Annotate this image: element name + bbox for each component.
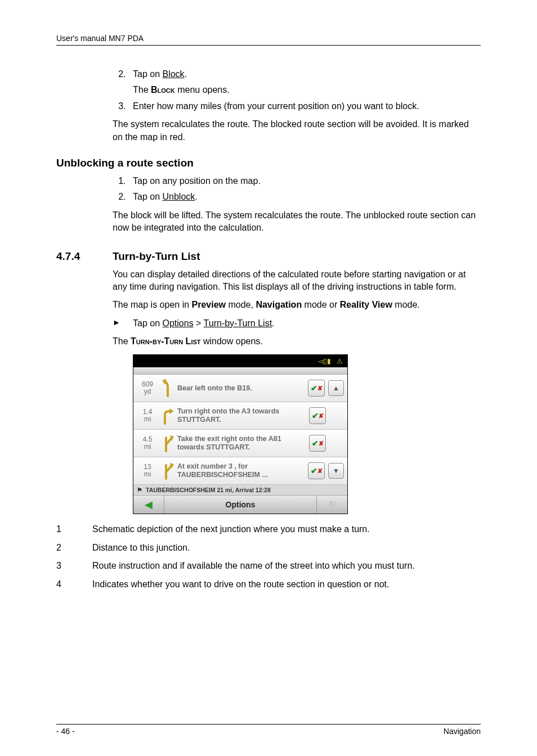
p2-b1: Preview: [192, 300, 226, 309]
toggle-section-button[interactable]: ✔✘: [309, 435, 326, 452]
screenshot-turn-list: ◅▯▮ ⚠ 609 yd Bear left onto the B19. ✔✘ …: [133, 354, 348, 514]
bullet-marker-icon: ►: [113, 317, 133, 330]
p2-mid1: mode,: [226, 300, 256, 309]
step-3: Enter how many miles (from your current …: [128, 100, 481, 112]
distance-label: 4.5 mi: [137, 436, 158, 451]
bullet-mid: >: [194, 318, 204, 328]
exit-right-icon: [162, 462, 174, 480]
section-p2: The map is open in Preview mode, Navigat…: [113, 299, 481, 311]
legend-text-3: Route instruction and if available the n…: [92, 560, 481, 572]
step-2: Tap on Block. The Block menu opens.: [128, 68, 481, 97]
refresh-button[interactable]: ↻: [317, 496, 347, 514]
page-footer: - 46 - Navigation: [56, 724, 481, 736]
destination-flag-icon: ⚑: [137, 486, 142, 494]
exit-right-icon: [162, 434, 174, 452]
distance-label: 1.4 mi: [137, 408, 158, 423]
options-button[interactable]: Options: [164, 496, 317, 514]
toggle-section-button[interactable]: ✔✘: [308, 380, 325, 397]
footer-divider: [56, 724, 481, 724]
bottom-toolbar: ◀ Options ↻: [133, 496, 347, 514]
window-opens-para: The Turn-by-Turn List window opens.: [113, 335, 481, 348]
unblock-s2-post: .: [195, 192, 197, 201]
svg-marker-1: [169, 408, 174, 414]
legend-num-4: 4: [56, 578, 92, 591]
distance-label: 13 mi: [137, 464, 158, 478]
step-2-sub-pre: The: [133, 85, 151, 94]
scroll-up-button[interactable]: ▲: [328, 380, 344, 396]
legend-text-1: Schematic depiction of the next junction…: [92, 523, 481, 536]
toggle-section-button[interactable]: ✔✘: [309, 407, 326, 424]
list-item[interactable]: 609 yd Bear left onto the B19. ✔✘ ▲: [133, 375, 347, 402]
step-2-sub-sc: Block: [151, 85, 175, 94]
ss-subbar: [133, 367, 347, 375]
legend-text-2: Distance to this junction.: [92, 542, 481, 554]
list-item[interactable]: 1.4 mi Turn right onto the A3 towards ST…: [133, 402, 347, 430]
legend-num-2: 2: [56, 542, 92, 554]
legend-num-3: 3: [56, 560, 92, 572]
steps-list-unblock: Tap on any position on the map. Tap on U…: [113, 175, 481, 204]
instruction-text: Bear left onto the B19.: [177, 384, 305, 393]
link-block[interactable]: Block: [162, 69, 184, 79]
p2-b3: Reality View: [340, 300, 392, 309]
instruction-text: Take the exit right onto the A81 towards…: [177, 435, 306, 452]
status-bar: ⚑ TAUBERBISCHOFSHEIM 21 mi, Arrival 12:2…: [133, 485, 347, 496]
turn-right-icon: [162, 407, 174, 425]
after-post: window opens.: [201, 336, 263, 346]
legend-block: 1 Schematic depiction of the next juncti…: [56, 523, 481, 591]
header-divider: [56, 45, 481, 46]
legend-text-4: Indicates whether you want to drive on t…: [92, 578, 481, 591]
back-button[interactable]: ◀: [133, 496, 164, 514]
bear-left-icon: [162, 379, 174, 397]
scroll-down-button[interactable]: ▼: [328, 463, 344, 479]
p2-post: mode.: [392, 300, 420, 309]
p2-b2: Navigation: [256, 300, 302, 309]
bullet-tap-options: ► Tap on Options > Turn-by-Turn List.: [113, 317, 481, 330]
section-number: 4.7.4: [56, 250, 113, 263]
toggle-section-button[interactable]: ✔✘: [308, 462, 325, 479]
status-text: TAUBERBISCHOFSHEIM 21 mi, Arrival 12:28: [146, 486, 271, 494]
section-title: Turn-by-Turn List: [113, 250, 200, 263]
ss-titlebar: ◅▯▮ ⚠: [133, 355, 347, 367]
instruction-text: Turn right onto the A3 towards STUTTGART…: [177, 407, 306, 424]
unblock-step-2: Tap on Unblock.: [128, 191, 481, 203]
list-item[interactable]: 4.5 mi Take the exit right onto the A81 …: [133, 430, 347, 457]
heading-unblocking: Unblocking a route section: [56, 157, 481, 169]
sound-icon: ◅▯▮: [318, 357, 331, 366]
link-turn-by-turn-list[interactable]: Turn-by-Turn List: [204, 318, 272, 328]
link-unblock[interactable]: Unblock: [162, 192, 195, 201]
page-number: - 46 -: [56, 727, 75, 736]
bullet-pre: Tap on: [133, 318, 162, 328]
step-2-text-pre: Tap on: [133, 69, 162, 79]
footer-chapter: Navigation: [444, 727, 481, 736]
link-options[interactable]: Options: [162, 318, 193, 328]
unblock-after-para: The block will be lifted. The system rec…: [113, 209, 481, 235]
bullet-post: .: [272, 318, 274, 328]
section-p1: You can display detailed directions of t…: [113, 268, 481, 294]
step-2-sub-post: menu opens.: [175, 85, 230, 94]
list-item[interactable]: 13 mi At exit number 3 , for TAUBERBISCH…: [133, 457, 347, 485]
steps-list-block: Tap on Block. The Block menu opens. Ente…: [113, 68, 481, 112]
warning-icon: ⚠: [337, 357, 343, 366]
unblock-s2-pre: Tap on: [133, 192, 162, 201]
block-after-para: The system recalculates the route. The b…: [113, 118, 481, 143]
instruction-text: At exit number 3 , for TAUBERBISCHOFSHEI…: [177, 462, 305, 479]
unblock-step-1: Tap on any position on the map.: [128, 175, 481, 187]
after-sc: Turn-by-Turn List: [131, 336, 200, 346]
legend-num-1: 1: [56, 523, 92, 536]
step-2-text-post: .: [185, 69, 187, 79]
p2-mid2: mode or: [302, 300, 340, 309]
after-pre: The: [113, 336, 131, 346]
distance-label: 609 yd: [137, 381, 158, 395]
p2-pre: The map is open in: [113, 300, 192, 309]
page-header: User's manual MN7 PDA: [56, 34, 481, 43]
